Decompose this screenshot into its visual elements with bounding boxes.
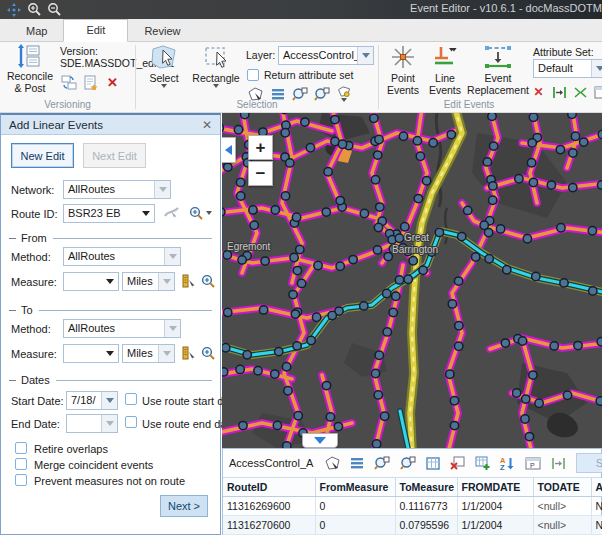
point-event-marker[interactable] xyxy=(525,432,533,440)
from-unit-select[interactable]: Miles xyxy=(122,272,175,291)
point-event-marker[interactable] xyxy=(563,391,571,399)
point-event-marker[interactable] xyxy=(557,224,565,232)
point-event-marker[interactable] xyxy=(450,421,458,429)
zoom-to-route-caret[interactable] xyxy=(206,211,212,215)
point-event-marker[interactable] xyxy=(409,257,417,265)
column-header[interactable]: AC xyxy=(591,478,602,497)
close-icon[interactable]: ✕ xyxy=(202,118,212,132)
point-event-marker[interactable] xyxy=(328,311,336,319)
point-event-marker[interactable] xyxy=(293,342,301,350)
save-button[interactable]: Sa xyxy=(576,453,602,473)
to-method-select[interactable]: AllRoutes xyxy=(63,319,181,338)
tab-review[interactable]: Review xyxy=(128,21,196,42)
point-event-marker[interactable] xyxy=(580,138,588,146)
point-event-marker[interactable] xyxy=(282,363,290,371)
point-event-marker[interactable] xyxy=(336,262,344,270)
point-event-marker[interactable] xyxy=(574,341,582,349)
zoom-to-route-icon[interactable] xyxy=(187,205,213,221)
point-event-marker[interactable] xyxy=(529,113,537,121)
point-event-marker[interactable] xyxy=(334,422,342,430)
point-event-marker[interactable] xyxy=(338,140,346,148)
point-event-marker[interactable] xyxy=(236,365,244,373)
from-unit-arrow[interactable] xyxy=(158,273,174,290)
point-event-marker[interactable] xyxy=(489,196,497,204)
point-event-marker[interactable] xyxy=(297,279,305,287)
attribute-panel-icon[interactable]: P xyxy=(525,455,541,471)
from-measure-arrow[interactable] xyxy=(102,273,118,290)
layer-select[interactable]: AccessControl_A xyxy=(278,46,374,65)
point-event-marker[interactable] xyxy=(529,371,537,379)
point-event-marker[interactable] xyxy=(490,142,498,150)
point-event-marker[interactable] xyxy=(568,113,576,119)
table-row[interactable]: 1131626960000.11167731/1/2004<null>N xyxy=(223,497,602,516)
point-event-marker[interactable] xyxy=(371,176,379,184)
point-event-marker[interactable] xyxy=(518,337,526,345)
point-event-marker[interactable] xyxy=(222,208,225,216)
point-event-marker[interactable] xyxy=(569,183,577,191)
point-event-marker[interactable] xyxy=(383,289,391,297)
to-measure-combo[interactable] xyxy=(63,344,119,363)
pan-icon[interactable] xyxy=(4,2,24,18)
point-event-marker[interactable] xyxy=(569,149,577,157)
retire-overlaps-checkbox[interactable] xyxy=(15,442,27,454)
point-event-marker[interactable] xyxy=(571,132,579,140)
point-event-marker[interactable] xyxy=(422,177,430,185)
point-event-marker[interactable] xyxy=(290,253,298,261)
to-measure-locate-icon[interactable] xyxy=(180,345,197,361)
use-route-end-date-checkbox[interactable] xyxy=(125,416,137,428)
point-event-marker[interactable] xyxy=(532,272,540,280)
point-event-marker[interactable] xyxy=(292,213,300,221)
point-event-marker[interactable] xyxy=(294,412,302,420)
point-event-marker[interactable] xyxy=(597,338,602,346)
point-event-marker[interactable] xyxy=(360,302,368,310)
point-event-marker[interactable] xyxy=(383,328,391,336)
point-event-marker[interactable] xyxy=(322,381,330,389)
table-add-row-icon[interactable] xyxy=(475,455,490,471)
point-event-marker[interactable] xyxy=(374,391,382,399)
point-event-marker[interactable] xyxy=(238,256,246,264)
point-event-marker[interactable] xyxy=(454,277,462,285)
point-event-marker[interactable] xyxy=(429,139,437,147)
point-event-marker[interactable] xyxy=(503,266,511,274)
column-header[interactable]: RouteID xyxy=(223,478,315,497)
select-route-icon[interactable] xyxy=(163,205,180,221)
point-event-marker[interactable] xyxy=(222,124,224,132)
end-date-input[interactable] xyxy=(66,414,118,433)
point-event-marker[interactable] xyxy=(416,152,424,160)
point-event-marker[interactable] xyxy=(222,344,230,352)
point-event-marker[interactable] xyxy=(556,145,564,153)
column-header[interactable]: FROMDATE xyxy=(457,478,533,497)
table-split-event-icon[interactable] xyxy=(551,455,566,471)
point-event-marker[interactable] xyxy=(488,113,496,120)
column-header[interactable]: FromMeasure xyxy=(315,478,395,497)
reconcile-icon[interactable] xyxy=(60,74,77,90)
point-event-marker[interactable] xyxy=(293,266,301,274)
point-event-marker[interactable] xyxy=(273,421,281,429)
point-event-marker[interactable] xyxy=(254,367,262,375)
point-event-marker[interactable] xyxy=(527,159,535,167)
point-event-marker[interactable] xyxy=(521,415,529,423)
point-event-marker[interactable] xyxy=(435,228,443,236)
point-event-marker[interactable] xyxy=(375,351,383,359)
point-event-marker[interactable] xyxy=(528,139,536,147)
from-measure-combo[interactable] xyxy=(63,272,119,291)
point-event-marker[interactable] xyxy=(324,168,332,176)
point-event-marker[interactable] xyxy=(237,192,245,200)
start-date-arrow[interactable] xyxy=(101,392,117,409)
point-events-button[interactable]: Point Events xyxy=(384,44,422,96)
point-event-marker[interactable] xyxy=(223,251,231,259)
reconcile-post-button[interactable]: Reconcile & Post xyxy=(5,44,55,94)
point-event-marker[interactable] xyxy=(419,266,427,274)
point-event-marker[interactable] xyxy=(314,261,322,269)
network-select[interactable]: AllRoutes xyxy=(63,180,171,199)
point-event-marker[interactable] xyxy=(472,253,480,261)
to-zoom-icon[interactable] xyxy=(200,345,217,361)
tab-edit[interactable]: Edit xyxy=(63,19,128,42)
point-event-marker[interactable] xyxy=(289,290,297,298)
point-event-marker[interactable] xyxy=(306,144,314,152)
point-event-marker[interactable] xyxy=(241,113,249,119)
point-event-marker[interactable] xyxy=(515,175,523,183)
point-event-marker[interactable] xyxy=(374,223,382,231)
point-event-marker[interactable] xyxy=(236,178,244,186)
event-replacement-button[interactable]: Event Replacement xyxy=(468,44,528,96)
